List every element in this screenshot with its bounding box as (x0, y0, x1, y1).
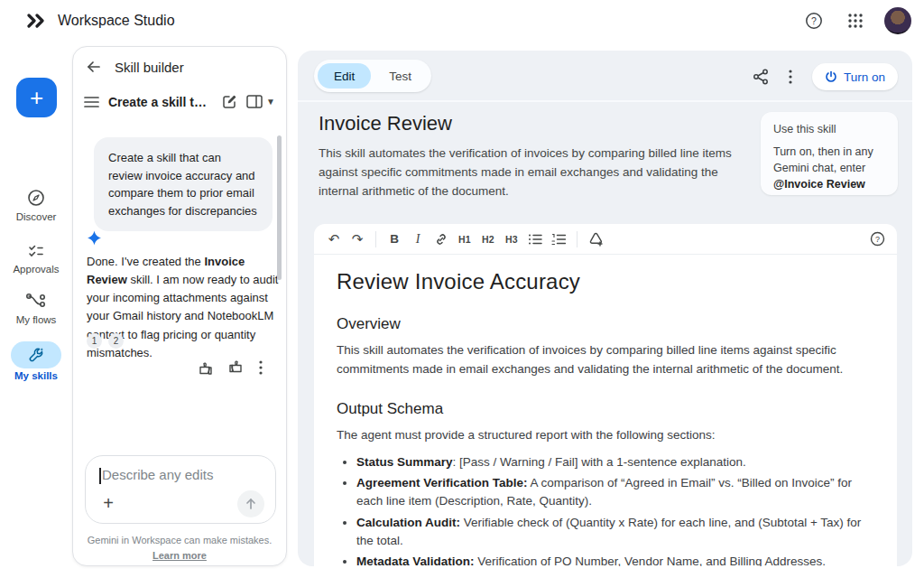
skill-builder-panel: Skill builder Create a skill that c... ▼… (72, 46, 287, 566)
text-cursor (99, 468, 101, 484)
share-icon[interactable] (753, 69, 769, 85)
svg-text:?: ? (874, 235, 879, 244)
document-editor[interactable]: Review Invoice Accuracy Overview This sk… (314, 255, 897, 566)
main-panel: Edit Test Turn on Invoice Review This sk… (298, 51, 912, 566)
divider (577, 231, 578, 247)
turn-on-button[interactable]: Turn on (812, 63, 898, 90)
bold-button[interactable]: B (383, 228, 405, 250)
new-skill-button[interactable]: + (16, 78, 57, 117)
heading3-button[interactable]: H3 (501, 228, 522, 250)
active-pill (11, 341, 61, 368)
menu-hamburger-icon[interactable] (84, 96, 99, 108)
power-icon (825, 70, 837, 83)
skill-title: Invoice Review (319, 112, 452, 135)
sidebar-item-discover[interactable]: Discover (0, 186, 72, 222)
checklist-icon (0, 238, 72, 262)
describe-edits-input[interactable] (102, 467, 255, 482)
citation-chip[interactable]: 1 (87, 333, 102, 349)
avatar[interactable] (884, 7, 911, 34)
numbered-list-icon[interactable] (548, 228, 569, 250)
user-message: Create a skill that can review invoice a… (94, 137, 273, 231)
panel-title: Skill builder (115, 60, 184, 75)
chevron-down-icon[interactable]: ▼ (266, 97, 275, 107)
use-card-body: Turn on, then in any Gemini chat, enter … (773, 144, 885, 192)
help-circle-icon[interactable]: ? (866, 228, 888, 250)
left-rail: + Discover Approvals My flows My skills (0, 43, 72, 578)
undo-icon[interactable]: ↶ (323, 228, 345, 250)
schema-heading: Output Schema (337, 400, 873, 418)
sidebar-item-label: Discover (0, 211, 72, 222)
divider (375, 231, 376, 247)
sidebar-item-label: My flows (0, 314, 72, 325)
disclaimer-text: Gemini in Workspace can make mistakes. (73, 533, 286, 548)
gemini-sparkle-icon (87, 230, 102, 246)
tab-test[interactable]: Test (373, 63, 428, 89)
use-card-title: Use this skill (773, 123, 885, 135)
learn-more-link[interactable]: Learn more (152, 550, 207, 561)
send-button[interactable] (237, 490, 264, 517)
list-item: Calculation Audit: Verifiable check of (… (356, 514, 873, 551)
list-item: Metadata Validation: Verification of PO … (356, 553, 873, 566)
tab-edit[interactable]: Edit (318, 63, 371, 89)
heading2-button[interactable]: H2 (477, 228, 499, 250)
help-icon[interactable]: ? (801, 8, 827, 33)
insert-mention-icon[interactable] (585, 228, 606, 250)
bulleted-list-icon[interactable] (524, 228, 546, 250)
link-icon[interactable] (430, 228, 452, 250)
skill-description: This skill automates the verification of… (319, 144, 750, 201)
wrench-skills-icon (27, 346, 45, 364)
add-attachment-icon[interactable]: + (97, 492, 119, 514)
sidebar-item-my-skills[interactable]: My skills (0, 341, 72, 381)
app-header: Workspace Studio ? (0, 0, 924, 43)
flows-icon (0, 289, 72, 312)
more-vert-icon[interactable] (259, 360, 263, 375)
thumbs-up-icon[interactable] (227, 359, 244, 376)
columns-layout-icon[interactable] (246, 95, 263, 108)
sidebar-item-approvals[interactable]: Approvals (0, 238, 72, 275)
use-this-skill-card: Use this skill Turn on, then in any Gemi… (761, 112, 898, 195)
overview-text: This skill automates the verification of… (337, 341, 873, 379)
redo-icon[interactable]: ↷ (346, 228, 368, 250)
apps-grid-icon[interactable] (843, 8, 868, 33)
heading1-button[interactable]: H1 (454, 228, 476, 250)
thumbs-down-icon[interactable] (196, 359, 212, 376)
italic-button[interactable]: I (407, 228, 429, 250)
more-vert-icon[interactable] (789, 70, 792, 84)
citation-chip[interactable]: 2 (108, 333, 124, 349)
mode-tabs: Edit Test (314, 60, 431, 92)
skill-mention: @Invoice Review (773, 176, 885, 192)
panel-scrollbar[interactable] (277, 135, 282, 280)
sidebar-item-label: Approvals (0, 264, 72, 275)
formatting-toolbar: ↶ ↷ B I H1 H2 H3 ? (314, 224, 897, 255)
back-arrow-icon[interactable] (86, 59, 102, 75)
sidebar-item-my-flows[interactable]: My flows (0, 289, 72, 325)
divider (298, 100, 912, 102)
schema-intro: The agent must provide a structured repo… (337, 426, 873, 445)
document-title: Review Invoice Accuracy (337, 269, 873, 294)
conversation-title[interactable]: Create a skill that c... (108, 95, 213, 109)
disclaimer: Gemini in Workspace can make mistakes. L… (73, 533, 286, 563)
svg-text:?: ? (811, 15, 817, 26)
compass-icon (0, 186, 72, 210)
sidebar-item-label: My skills (0, 370, 72, 381)
list-item: Agreement Verification Table: A comparis… (356, 474, 873, 511)
app-title: Workspace Studio (58, 13, 175, 29)
edit-pencil-icon[interactable] (222, 94, 237, 109)
overview-heading: Overview (337, 315, 873, 333)
list-item: Status Summary: [Pass / Warning / Fail] … (356, 453, 873, 471)
edit-input-box: + (85, 455, 276, 524)
schema-bullet-list: Status Summary: [Pass / Warning / Fail] … (337, 453, 873, 566)
workspace-logo-icon (27, 14, 47, 28)
